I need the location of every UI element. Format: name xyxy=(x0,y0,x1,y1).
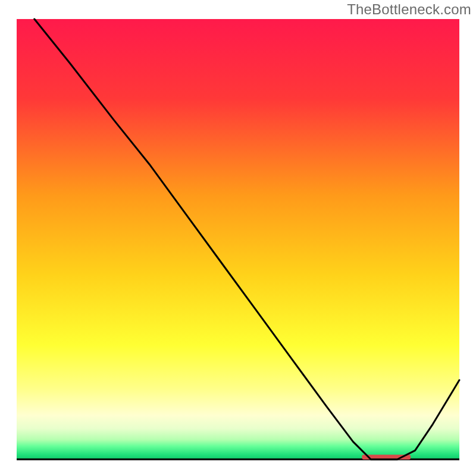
plot-area xyxy=(17,19,459,459)
gradient-background xyxy=(17,19,459,459)
bottleneck-chart xyxy=(0,0,476,476)
chart-frame: TheBottleneck.com xyxy=(0,0,476,476)
watermark-text: TheBottleneck.com xyxy=(347,1,471,18)
